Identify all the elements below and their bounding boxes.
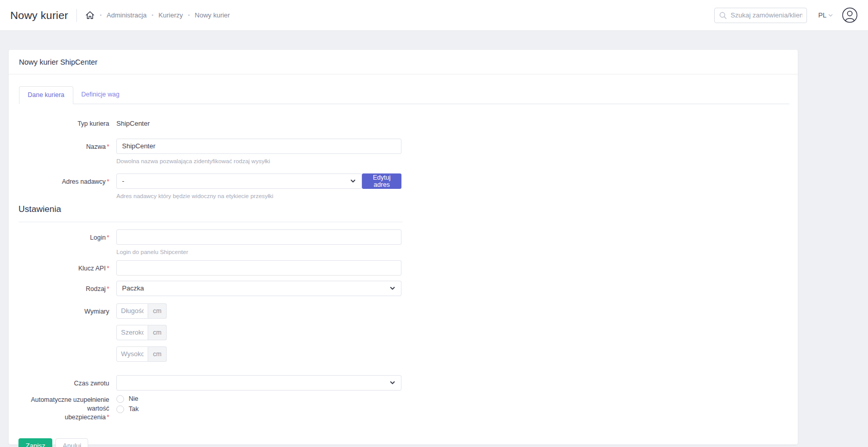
nazwa-input[interactable] — [116, 139, 401, 154]
radio-tak[interactable] — [116, 405, 124, 413]
czas-zwrotu-label: Czas zwrotu — [9, 375, 109, 391]
language-label: PL — [818, 11, 826, 19]
row-login: Login* Login do panelu Shipcenter — [9, 229, 798, 255]
klucz-api-input[interactable] — [116, 260, 401, 276]
save-button[interactable]: Zapisz — [18, 438, 52, 447]
rodzaj-select[interactable]: Paczka — [116, 281, 401, 296]
row-wymiary: Wymiary cm cm cm — [9, 303, 798, 368]
chevron-down-icon — [389, 379, 396, 386]
wymiary-label: Wymiary — [9, 303, 109, 368]
required-asterisk: * — [107, 265, 109, 272]
row-ubezpieczenie: Automatyczne uzupełnienie wartość ubezpi… — [9, 395, 798, 422]
breadcrumb-kurierzy[interactable]: Kurierzy — [158, 11, 183, 19]
language-switcher[interactable]: PL — [818, 11, 834, 19]
global-search[interactable] — [714, 8, 807, 23]
radio-option-nie[interactable]: Nie — [116, 395, 401, 403]
row-klucz-api: Klucz API* — [9, 260, 798, 276]
title-divider — [76, 9, 77, 22]
chevron-down-icon — [350, 178, 356, 184]
search-icon — [719, 11, 727, 20]
length-input[interactable] — [116, 303, 148, 319]
chevron-down-icon — [389, 285, 396, 291]
typ-kuriera-label: Typ kuriera — [9, 119, 109, 128]
row-rodzaj: Rodzaj* Paczka — [9, 281, 798, 296]
login-label: Login* — [9, 229, 109, 255]
row-adres-nadawcy: Adres nadawcy* - Edytuj adres — [9, 173, 798, 199]
page-title: Nowy kurier — [10, 9, 68, 22]
breadcrumb: Administracja Kurierzy Nowy kurier — [85, 10, 230, 20]
ubezpieczenie-label: Automatyczne uzupełnienie wartość ubezpi… — [9, 395, 109, 422]
width-unit: cm — [148, 325, 167, 340]
form-actions: Zapisz Anuluj — [18, 438, 798, 447]
required-asterisk: * — [107, 234, 109, 241]
required-asterisk: * — [107, 414, 109, 421]
radio-tak-label: Tak — [129, 405, 138, 413]
required-asterisk: * — [107, 285, 109, 293]
rodzaj-label: Rodzaj* — [9, 281, 109, 296]
breadcrumb-administracja[interactable]: Administracja — [107, 11, 147, 19]
login-helper: Login do panelu Shipcenter — [116, 249, 401, 255]
top-bar: Nowy kurier Administracja Kurierzy Nowy … — [0, 0, 868, 31]
dimension-width-group: cm — [116, 325, 401, 340]
adres-nadawcy-select[interactable]: - — [116, 173, 362, 189]
typ-kuriera-value: ShipCenter — [116, 119, 401, 127]
row-typ-kuriera: Typ kuriera ShipCenter — [9, 119, 798, 128]
card-title: Nowy kurier ShipCenter — [9, 50, 798, 74]
edit-address-button[interactable]: Edytuj adres — [362, 173, 401, 189]
tab-definicje-wag[interactable]: Definicje wag — [73, 86, 128, 104]
breadcrumb-nowy-kurier: Nowy kurier — [195, 11, 230, 19]
radio-nie[interactable] — [116, 395, 124, 403]
breadcrumb-separator — [188, 14, 190, 16]
breadcrumb-separator — [152, 14, 153, 16]
czas-zwrotu-select[interactable] — [116, 375, 401, 391]
nazwa-label: Nazwa* — [9, 139, 109, 164]
klucz-api-label: Klucz API* — [9, 260, 109, 276]
tab-bar: Dane kuriera Definicje wag — [19, 86, 790, 104]
required-asterisk: * — [107, 143, 109, 150]
dimension-length-group: cm — [116, 303, 401, 319]
home-icon[interactable] — [85, 10, 95, 20]
cancel-button[interactable]: Anuluj — [55, 438, 88, 447]
width-input[interactable] — [116, 325, 148, 340]
required-asterisk: * — [107, 178, 109, 185]
section-ustawienia: Ustawienia — [18, 204, 402, 222]
adres-nadawcy-value: - — [122, 177, 124, 185]
height-unit: cm — [148, 346, 167, 362]
adres-nadawcy-label: Adres nadawcy* — [9, 173, 109, 199]
dimension-height-group: cm — [116, 346, 401, 362]
length-unit: cm — [148, 303, 167, 319]
breadcrumb-separator — [100, 14, 102, 16]
login-input[interactable] — [116, 229, 401, 245]
row-nazwa: Nazwa* Dowolna nazwa pozwalająca zidenty… — [9, 139, 798, 164]
rodzaj-value: Paczka — [122, 284, 144, 292]
tab-dane-kuriera[interactable]: Dane kuriera — [19, 86, 73, 104]
adres-nadawcy-helper: Adres nadawcy który będzie widoczny na e… — [116, 193, 401, 199]
courier-form: Typ kuriera ShipCenter Nazwa* Dowolna na… — [9, 104, 798, 447]
search-input[interactable] — [731, 11, 802, 19]
radio-option-tak[interactable]: Tak — [116, 405, 401, 413]
page-body: Nowy kurier ShipCenter Dane kuriera Defi… — [0, 31, 868, 444]
height-input[interactable] — [116, 346, 148, 362]
user-avatar[interactable] — [842, 7, 858, 23]
nazwa-helper: Dowolna nazwa pozwalająca zidentyfikować… — [116, 158, 401, 164]
radio-nie-label: Nie — [129, 395, 138, 402]
row-czas-zwrotu: Czas zwrotu — [9, 375, 798, 391]
courier-card: Nowy kurier ShipCenter Dane kuriera Defi… — [9, 50, 798, 444]
section-title: Ustawienia — [18, 204, 402, 215]
chevron-down-icon — [827, 12, 834, 18]
